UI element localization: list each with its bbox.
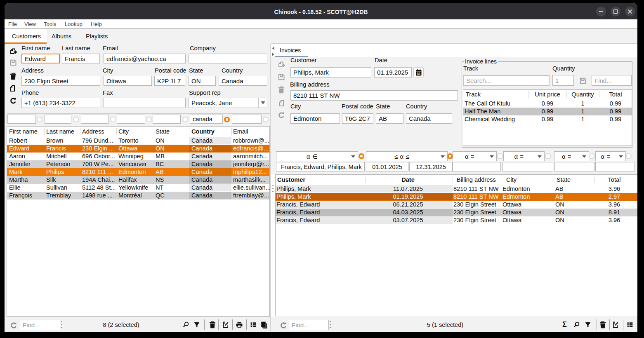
svg-text:31: 31 bbox=[417, 72, 421, 76]
